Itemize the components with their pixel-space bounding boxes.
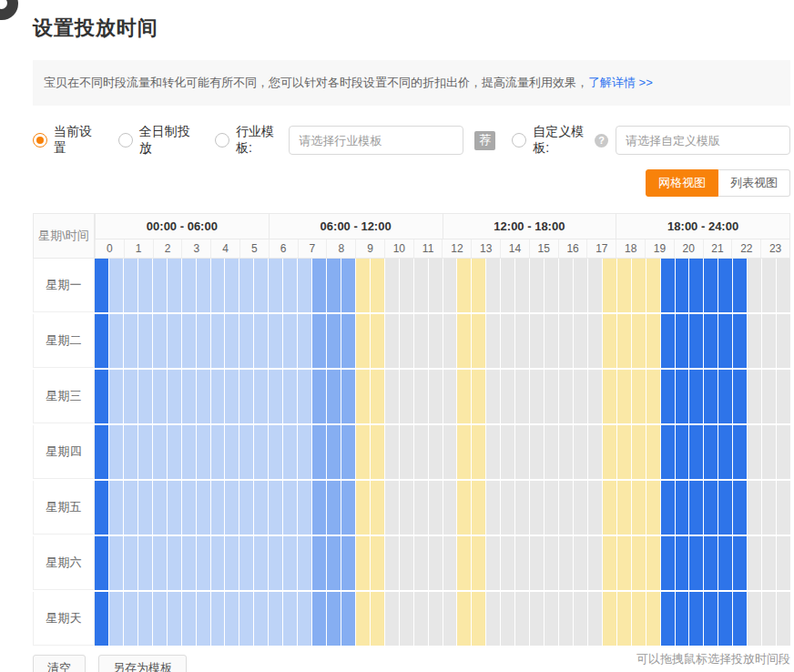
time-cell[interactable]	[327, 592, 341, 646]
time-cell[interactable]	[530, 314, 544, 368]
time-cell[interactable]	[182, 425, 196, 479]
time-cell[interactable]	[385, 259, 399, 312]
time-cell[interactable]	[588, 370, 602, 423]
time-cell[interactable]	[617, 536, 631, 590]
time-cell[interactable]	[153, 481, 167, 535]
time-cell[interactable]	[239, 370, 253, 423]
time-cell[interactable]	[545, 592, 558, 646]
time-cell[interactable]	[457, 314, 471, 368]
time-cell[interactable]	[457, 481, 471, 535]
time-cell[interactable]	[762, 259, 776, 312]
time-cell[interactable]	[153, 259, 167, 312]
radio-current-settings[interactable]: 当前设置	[33, 124, 97, 157]
radio-current-settings-icon[interactable]	[33, 133, 47, 148]
time-cell[interactable]	[530, 370, 544, 423]
time-cell[interactable]	[312, 259, 326, 312]
time-cell[interactable]	[501, 370, 514, 423]
time-cell[interactable]	[777, 425, 790, 479]
time-cell[interactable]	[312, 314, 326, 368]
time-cell[interactable]	[603, 592, 616, 646]
time-cell[interactable]	[704, 370, 718, 423]
time-cell[interactable]	[472, 259, 485, 312]
time-cell[interactable]	[661, 314, 675, 368]
time-cell[interactable]	[545, 370, 558, 423]
time-cell[interactable]	[341, 481, 355, 535]
time-cell[interactable]	[515, 425, 529, 479]
time-cell[interactable]	[486, 370, 500, 423]
time-cell[interactable]	[283, 592, 297, 646]
time-cell[interactable]	[341, 370, 355, 423]
time-cell[interactable]	[501, 314, 514, 368]
time-cell[interactable]	[168, 481, 181, 535]
time-cell[interactable]	[197, 259, 210, 312]
time-cell[interactable]	[472, 370, 485, 423]
clear-button[interactable]: 清空	[33, 655, 86, 672]
time-cell[interactable]	[457, 425, 471, 479]
time-cell[interactable]	[124, 259, 137, 312]
time-cell[interactable]	[704, 536, 718, 590]
time-cell[interactable]	[748, 370, 761, 423]
time-cell[interactable]	[239, 592, 253, 646]
time-cell[interactable]	[443, 592, 457, 646]
time-cell[interactable]	[254, 536, 268, 590]
time-cell[interactable]	[718, 425, 732, 479]
time-cell[interactable]	[400, 259, 413, 312]
time-cell[interactable]	[211, 259, 225, 312]
time-cell[interactable]	[211, 425, 225, 479]
time-cell[interactable]	[182, 370, 196, 423]
time-cell[interactable]	[341, 259, 355, 312]
custom-template-input[interactable]	[616, 126, 790, 155]
time-cell[interactable]	[486, 259, 500, 312]
time-cell[interactable]	[486, 481, 500, 535]
time-cell[interactable]	[283, 536, 297, 590]
time-cell[interactable]	[588, 314, 602, 368]
time-cell[interactable]	[472, 425, 485, 479]
time-cell[interactable]	[385, 592, 399, 646]
time-cell[interactable]	[168, 536, 181, 590]
time-cell[interactable]	[254, 425, 268, 479]
time-cell[interactable]	[283, 370, 297, 423]
time-cell[interactable]	[197, 536, 210, 590]
time-cell[interactable]	[646, 370, 660, 423]
time-cell[interactable]	[718, 314, 732, 368]
time-cell[interactable]	[443, 370, 457, 423]
time-cell[interactable]	[588, 536, 602, 590]
time-cell[interactable]	[109, 259, 123, 312]
time-cell[interactable]	[733, 536, 747, 590]
time-cell[interactable]	[356, 481, 370, 535]
time-cell[interactable]	[762, 314, 776, 368]
time-cell[interactable]	[269, 592, 282, 646]
time-cell[interactable]	[269, 370, 282, 423]
time-cell[interactable]	[95, 370, 108, 423]
grid-view-button[interactable]: 网格视图	[646, 169, 718, 197]
time-cell[interactable]	[777, 370, 790, 423]
time-cell[interactable]	[211, 536, 225, 590]
time-cell[interactable]	[414, 536, 428, 590]
time-cell[interactable]	[109, 314, 123, 368]
time-cell[interactable]	[239, 425, 253, 479]
time-cell[interactable]	[429, 370, 443, 423]
time-cell[interactable]	[95, 425, 108, 479]
time-cell[interactable]	[646, 536, 660, 590]
time-cell[interactable]	[138, 592, 152, 646]
time-cell[interactable]	[168, 592, 181, 646]
time-cell[interactable]	[371, 425, 384, 479]
time-cell[interactable]	[501, 592, 514, 646]
time-cell[interactable]	[530, 592, 544, 646]
time-cell[interactable]	[341, 536, 355, 590]
time-cell[interactable]	[748, 259, 761, 312]
time-cell[interactable]	[689, 259, 703, 312]
list-view-button[interactable]: 列表视图	[718, 169, 790, 197]
time-cell[interactable]	[225, 536, 239, 590]
time-cell[interactable]	[327, 314, 341, 368]
time-cell[interactable]	[530, 259, 544, 312]
time-cell[interactable]	[748, 425, 761, 479]
time-cell[interactable]	[646, 259, 660, 312]
time-cell[interactable]	[341, 425, 355, 479]
time-cell[interactable]	[385, 314, 399, 368]
time-cell[interactable]	[109, 481, 123, 535]
time-cell[interactable]	[168, 370, 181, 423]
time-cell[interactable]	[574, 314, 587, 368]
time-cell[interactable]	[356, 314, 370, 368]
time-cell[interactable]	[617, 370, 631, 423]
